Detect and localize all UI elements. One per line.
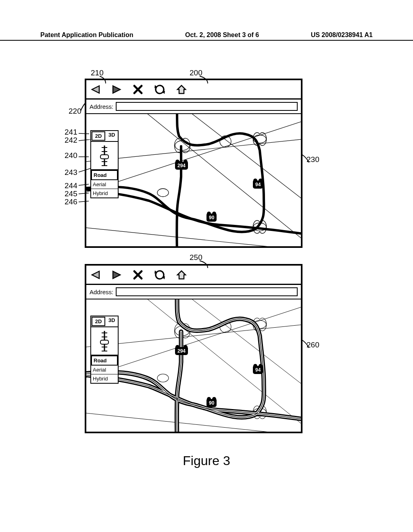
- callout-244: 244: [65, 181, 77, 190]
- zoom-slider[interactable]: [91, 327, 118, 355]
- header-right: US 2008/0238941 A1: [311, 31, 373, 39]
- svg-line-35: [79, 193, 89, 194]
- callout-245: 245: [65, 189, 77, 198]
- zoom-slider[interactable]: [91, 142, 118, 170]
- mode-road-button[interactable]: Road: [91, 355, 118, 366]
- callout-245-line: [79, 192, 90, 196]
- svg-line-5: [187, 114, 301, 207]
- view-2d-button[interactable]: 2D: [92, 131, 105, 141]
- callout-210-line: [100, 76, 112, 86]
- svg-point-8: [157, 189, 169, 197]
- figure-caption: Figure 3: [0, 453, 413, 468]
- callout-240-line: [79, 155, 90, 159]
- callout-220-line: [81, 103, 89, 112]
- close-icon[interactable]: [132, 269, 144, 281]
- callout-230-line: [302, 154, 312, 166]
- route-shield-94: 94: [253, 181, 263, 189]
- callout-220: 220: [69, 107, 81, 116]
- svg-line-20: [187, 299, 301, 392]
- home-icon[interactable]: [176, 269, 187, 281]
- address-label: Address:: [90, 289, 113, 295]
- callout-200-line: [200, 76, 216, 86]
- route-shield-294: 294: [175, 162, 188, 170]
- map-control-panel: 2D 3D Road Aerial Hybrid: [90, 316, 119, 384]
- back-icon[interactable]: [90, 270, 101, 280]
- svg-line-4: [143, 114, 301, 246]
- header-left: Patent Application Publication: [40, 31, 133, 39]
- map-control-panel: 2D 3D Road Aerial Hybrid: [90, 130, 119, 198]
- browser-window-bottom: Address:: [85, 264, 302, 433]
- view-3d-button[interactable]: 3D: [106, 316, 118, 326]
- view-2d-button[interactable]: 2D: [92, 317, 105, 326]
- mode-aerial-button[interactable]: Aerial: [91, 180, 118, 189]
- callout-241: 241: [65, 128, 77, 137]
- callout-250-line: [200, 261, 216, 270]
- svg-line-36: [79, 201, 89, 202]
- callout-240: 240: [65, 151, 77, 160]
- refresh-icon[interactable]: [154, 84, 165, 95]
- forward-icon[interactable]: [111, 270, 122, 280]
- svg-line-33: [79, 168, 92, 172]
- mode-hybrid-button[interactable]: Hybrid: [91, 374, 118, 383]
- address-bar: Address:: [86, 285, 301, 299]
- forward-icon[interactable]: [111, 84, 122, 95]
- callout-260-line: [302, 340, 312, 351]
- page-header: Patent Application Publication Oct. 2, 2…: [0, 31, 413, 41]
- svg-line-30: [79, 133, 89, 134]
- callout-241-line: [79, 131, 91, 135]
- view-3d-button[interactable]: 3D: [106, 131, 118, 141]
- callout-246: 246: [65, 197, 77, 206]
- refresh-icon[interactable]: [154, 269, 165, 281]
- home-icon[interactable]: [176, 84, 187, 95]
- svg-line-34: [79, 184, 89, 185]
- map-view-top[interactable]: 294 94 90 2D 3D Road Aerial Hybrid: [86, 114, 301, 246]
- svg-rect-14: [100, 155, 108, 159]
- browser-window-top: Address:: [85, 79, 302, 248]
- mode-aerial-button[interactable]: Aerial: [91, 366, 118, 374]
- address-input[interactable]: [116, 102, 298, 111]
- header-center: Oct. 2, 2008 Sheet 3 of 6: [185, 31, 259, 39]
- callout-243: 243: [65, 168, 77, 177]
- callout-242: 242: [65, 136, 77, 145]
- route-shield-90: 90: [206, 399, 217, 407]
- svg-point-23: [157, 374, 169, 382]
- address-bar: Address:: [86, 100, 301, 114]
- mode-hybrid-button[interactable]: Hybrid: [91, 189, 118, 197]
- route-shield-294: 294: [175, 347, 188, 355]
- route-shield-90: 90: [206, 214, 217, 222]
- route-shield-94: 94: [253, 366, 263, 374]
- toolbar: [86, 266, 301, 285]
- address-input[interactable]: [116, 287, 298, 296]
- toolbar: [86, 80, 301, 100]
- close-icon[interactable]: [132, 84, 144, 95]
- svg-rect-29: [100, 340, 108, 344]
- callout-244-line: [79, 183, 90, 187]
- mode-road-button[interactable]: Road: [91, 170, 118, 180]
- callout-246-line: [79, 200, 90, 204]
- address-label: Address:: [90, 103, 113, 110]
- map-view-bottom[interactable]: 294 94 90 2D 3D Road Aerial Hybrid: [86, 299, 301, 432]
